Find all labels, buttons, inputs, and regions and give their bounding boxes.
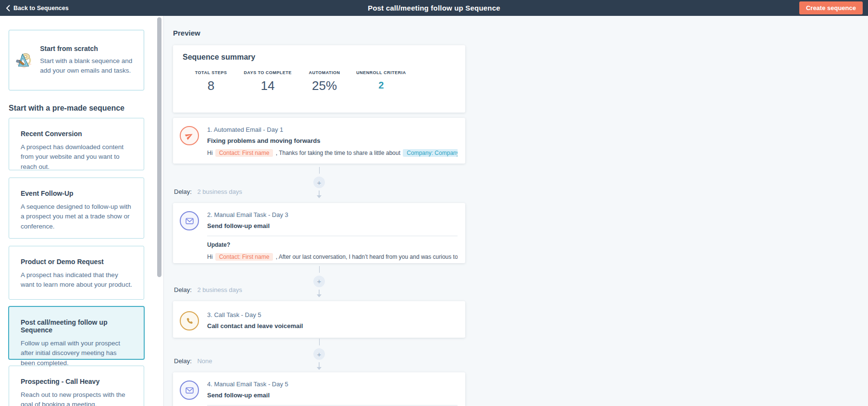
template-title: Event Follow-Up bbox=[21, 190, 132, 197]
page-title: Post call/meeting follow up Sequence bbox=[0, 4, 868, 12]
step-card-1-automated-email: 1. Automated Email - Day 1 Fixing proble… bbox=[173, 118, 465, 164]
step-card-3-call-task: 3. Call Task - Day 5 Call contact and le… bbox=[173, 301, 465, 338]
template-title: Recent Conversion bbox=[21, 130, 132, 138]
start-from-scratch-card[interactable]: Start from scratch Start with a blank se… bbox=[9, 30, 144, 90]
step-title: Call contact and leave voicemail bbox=[207, 322, 458, 330]
stat-total-steps: TOTAL STEPS 8 bbox=[183, 70, 239, 93]
add-step-button[interactable]: + bbox=[313, 348, 325, 360]
divider bbox=[207, 236, 458, 236]
step-connector: + Delay: 2 business days bbox=[173, 263, 465, 301]
stat-automation: AUTOMATION 25% bbox=[296, 70, 353, 93]
company-name-token: Company: Company name bbox=[403, 149, 458, 157]
template-card-product-demo-request[interactable]: Product or Demo Request A prospect has i… bbox=[9, 246, 144, 300]
email-body-preview: Hi Contact: First name , Thanks for taki… bbox=[207, 149, 458, 157]
email-subject: Update? bbox=[207, 241, 458, 248]
preview-pane: Preview Sequence summary TOTAL STEPS 8 D… bbox=[164, 16, 868, 406]
template-card-event-follow-up[interactable]: Event Follow-Up A sequence designed to f… bbox=[9, 178, 144, 239]
scratch-card-description: Start with a blank sequence and add your… bbox=[40, 56, 138, 75]
step-connector: + Delay: 2 business days bbox=[173, 164, 465, 203]
summary-title: Sequence summary bbox=[183, 53, 456, 62]
back-to-sequences-link[interactable]: Back to Sequences bbox=[6, 5, 69, 12]
template-description: A prospect has indicated that they want … bbox=[21, 270, 132, 290]
scratch-card-text: Start from scratch Start with a blank se… bbox=[40, 45, 138, 75]
sidebar-scrollbar[interactable] bbox=[157, 17, 161, 277]
step-label: 1. Automated Email - Day 1 bbox=[207, 126, 458, 133]
arrow-down-icon bbox=[316, 289, 322, 299]
step-connector: + Delay: None bbox=[173, 338, 465, 372]
premade-sequence-heading: Start with a pre-made sequence bbox=[9, 104, 144, 113]
step-label: 3. Call Task - Day 5 bbox=[207, 311, 458, 318]
scratch-card-title: Start from scratch bbox=[40, 45, 138, 52]
connector-line bbox=[319, 266, 320, 273]
add-step-button[interactable]: + bbox=[313, 276, 325, 287]
template-title: Product or Demo Request bbox=[21, 258, 132, 266]
email-icon bbox=[180, 381, 199, 400]
step-card-4-manual-email: 4. Manual Email Task - Day 5 Send follow… bbox=[173, 372, 465, 406]
preview-heading: Preview bbox=[173, 29, 465, 37]
divider bbox=[207, 405, 458, 406]
step-title: Fixing problems and moving forwards bbox=[207, 137, 458, 144]
template-card-prospecting-call-heavy[interactable]: Prospecting - Call Heavy Reach out to ne… bbox=[9, 366, 144, 406]
contact-first-name-token: Contact: First name bbox=[215, 149, 273, 157]
template-title: Prospecting - Call Heavy bbox=[21, 378, 132, 385]
template-description: Follow up email with your prospect after… bbox=[21, 339, 132, 368]
email-icon bbox=[180, 211, 199, 230]
send-icon bbox=[180, 126, 199, 145]
template-description: A prospect has downloaded content from y… bbox=[21, 142, 132, 172]
contact-first-name-token: Contact: First name bbox=[215, 253, 273, 261]
template-title: Post call/meeting follow up Sequence bbox=[21, 318, 132, 334]
step-title: Send follow-up email bbox=[207, 392, 458, 399]
connector-line bbox=[319, 167, 320, 174]
template-card-post-call-meeting-selected[interactable]: Post call/meeting follow up Sequence Fol… bbox=[9, 306, 144, 359]
template-card-recent-conversion[interactable]: Recent Conversion A prospect has downloa… bbox=[9, 118, 144, 170]
chevron-left-icon bbox=[6, 5, 10, 12]
step-label: 2. Manual Email Task - Day 3 bbox=[207, 211, 458, 218]
template-description: A sequence designed to follow-up with a … bbox=[21, 202, 132, 231]
template-description: Reach out to new prospects with the goal… bbox=[21, 390, 132, 406]
delay-row: Delay: 2 business days bbox=[174, 286, 242, 293]
create-sequence-button[interactable]: Create sequence bbox=[799, 1, 863, 14]
stat-unenroll-criteria: UNENROLL CRITERIA 2 bbox=[353, 70, 409, 93]
tools-illustration-icon bbox=[15, 43, 33, 77]
step-label: 4. Manual Email Task - Day 5 bbox=[207, 381, 458, 388]
stat-days-to-complete: DAYS TO COMPLETE 14 bbox=[239, 70, 296, 93]
arrow-down-icon bbox=[316, 190, 322, 200]
step-title: Send follow-up email bbox=[207, 222, 458, 229]
summary-stats-row: TOTAL STEPS 8 DAYS TO COMPLETE 14 AUTOMA… bbox=[183, 70, 456, 93]
email-body-preview: Hi Contact: First name , After our last … bbox=[207, 253, 458, 261]
connector-line bbox=[319, 339, 320, 345]
arrow-down-icon bbox=[316, 362, 322, 371]
top-bar: Back to Sequences Post call/meeting foll… bbox=[0, 0, 868, 16]
step-card-2-manual-email: 2. Manual Email Task - Day 3 Send follow… bbox=[173, 203, 465, 263]
back-label: Back to Sequences bbox=[13, 5, 69, 12]
delay-row: Delay: 2 business days bbox=[174, 188, 242, 195]
call-icon bbox=[180, 311, 199, 330]
template-sidebar: Start from scratch Start with a blank se… bbox=[0, 16, 164, 406]
add-step-button[interactable]: + bbox=[313, 177, 325, 188]
sequence-summary-card: Sequence summary TOTAL STEPS 8 DAYS TO C… bbox=[173, 45, 465, 113]
delay-row: Delay: None bbox=[174, 357, 212, 365]
